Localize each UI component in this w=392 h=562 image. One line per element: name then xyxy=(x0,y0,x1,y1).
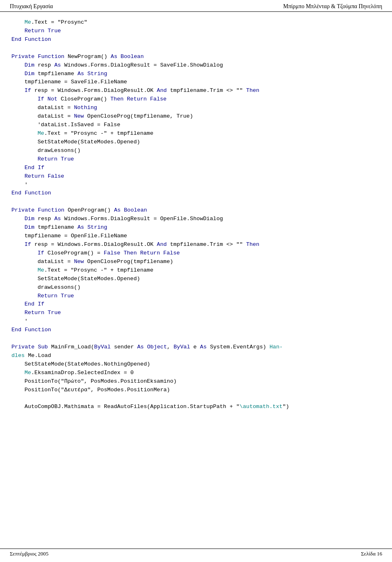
header-left: Πτυχιακή Εργασία xyxy=(10,3,53,10)
page-content: Me.Text = "Prosync" Return True End Func… xyxy=(0,12,392,437)
footer-right: Σελίδα 16 xyxy=(361,551,382,557)
header-right: Μπίρμπο Μπλένταρ & Τζούμπα Πηνελόπη xyxy=(283,3,382,10)
page-footer: Σεπτέμβριος 2005 Σελίδα 16 xyxy=(0,549,392,557)
code-block: Me.Text = "Prosync" Return True End Func… xyxy=(11,18,381,411)
page-header: Πτυχιακή Εργασία Μπίρμπο Μπλένταρ & Τζού… xyxy=(0,0,392,12)
footer-left: Σεπτέμβριος 2005 xyxy=(10,551,49,557)
